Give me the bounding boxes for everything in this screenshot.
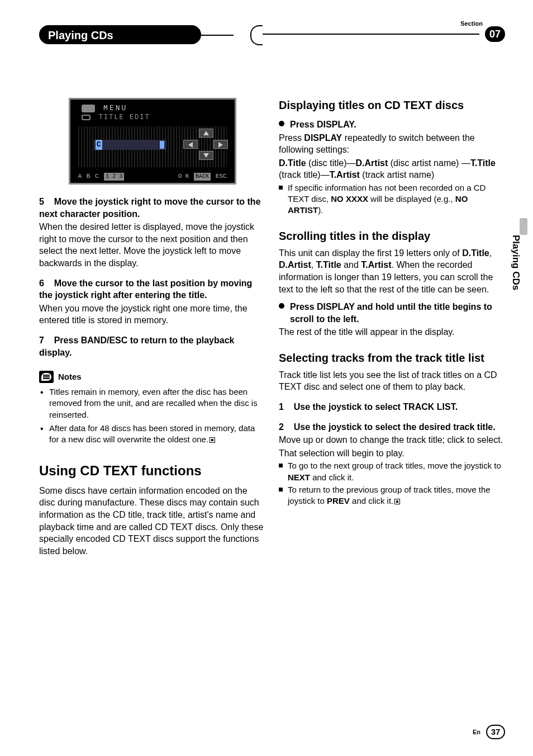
step-title: Move the cursor to the last position by … bbox=[39, 278, 252, 300]
lcd-left-icon bbox=[183, 140, 198, 149]
end-mark-icon bbox=[210, 437, 215, 443]
action-press-hold: Press DISPLAY and hold until the title b… bbox=[279, 301, 505, 325]
step-number: 1 bbox=[279, 402, 284, 412]
page-number: 37 bbox=[486, 725, 505, 739]
lcd-menu-label: MENU bbox=[103, 104, 127, 112]
lcd-subtitle: TITLE EDIT bbox=[99, 114, 150, 121]
list-item: After data for 48 discs has been stored … bbox=[39, 423, 265, 446]
lcd-down-icon bbox=[199, 151, 213, 160]
section-number: 07 bbox=[485, 26, 505, 42]
lcd-screenshot: MENU TITLE EDIT C A B C 1 2 3 O bbox=[69, 98, 236, 185]
step-number: 7 bbox=[39, 336, 44, 345]
step-title: Use the joystick to select the desired t… bbox=[294, 422, 496, 432]
step-title: Use the joystick to select TRACK LIST. bbox=[294, 402, 458, 412]
step-number: 2 bbox=[279, 422, 284, 432]
step-body: When the desired letter is displayed, mo… bbox=[39, 221, 265, 269]
step-1: 1 Use the joystick to select TRACK LIST. bbox=[279, 401, 505, 413]
action-text: Press DISPLAY. bbox=[290, 120, 356, 129]
body-text: Track title list lets you see the list o… bbox=[279, 369, 505, 393]
end-mark-icon bbox=[394, 499, 400, 504]
content-columns: MENU TITLE EDIT C A B C 1 2 3 O bbox=[39, 98, 505, 557]
notes-icon bbox=[39, 371, 54, 383]
step-7: 7 Press BAND/ESC to return to the playba… bbox=[39, 334, 265, 358]
notes-label: Notes bbox=[58, 371, 82, 382]
step-body: Move up or down to change the track titl… bbox=[279, 434, 505, 446]
right-column: Displaying titles on CD TEXT discs Press… bbox=[279, 98, 505, 557]
cd-text-body: Some discs have certain information enco… bbox=[39, 485, 265, 557]
step-number: 5 bbox=[39, 197, 44, 206]
notes-header: Notes bbox=[39, 371, 265, 383]
body-text: D.Title (disc title)—D.Artist (disc arti… bbox=[279, 157, 505, 181]
step-body: That selection will begin to play. bbox=[279, 447, 505, 460]
lcd-abc: A B C bbox=[78, 173, 99, 179]
lcd-char: C bbox=[96, 140, 102, 150]
step-title: Press BAND/ESC to return to the playback… bbox=[39, 336, 234, 357]
lcd-input-field: C bbox=[94, 140, 166, 150]
side-tab: Playing CDs bbox=[509, 235, 522, 290]
heading-displaying-titles: Displaying titles on CD TEXT discs bbox=[279, 98, 505, 113]
action-press-display: Press DISPLAY. bbox=[279, 119, 505, 131]
step-6: 6 Move the cursor to the last position b… bbox=[39, 277, 265, 327]
step-body: When you move the joystick right one mor… bbox=[39, 303, 265, 327]
notes-list: Titles remain in memory, even after the … bbox=[39, 386, 265, 445]
disc-icon bbox=[82, 115, 91, 120]
body-text: The rest of the title will appear in the… bbox=[279, 326, 505, 338]
sub-note: To go to the next group of track titles,… bbox=[279, 460, 505, 483]
action-text: Press DISPLAY and hold until the title b… bbox=[290, 302, 492, 324]
chapter-pill: Playing CDs bbox=[39, 25, 201, 44]
lcd-up-icon bbox=[199, 129, 213, 138]
body-text: This unit can display the first 19 lette… bbox=[279, 247, 505, 295]
lcd-body: C bbox=[78, 126, 227, 167]
body-text: Press DISPLAY repeatedly to switch betwe… bbox=[279, 132, 505, 156]
lcd-cursor bbox=[160, 141, 164, 149]
step-number: 6 bbox=[39, 278, 44, 288]
bullet-icon bbox=[279, 121, 284, 126]
section-label: Section bbox=[460, 20, 483, 28]
side-tab-marker bbox=[520, 218, 527, 235]
list-item: Titles remain in memory, even after the … bbox=[39, 386, 265, 420]
step-2: 2 Use the joystick to select the desired… bbox=[279, 421, 505, 460]
lcd-nums: 1 2 3 bbox=[104, 173, 124, 181]
heading-selecting-tracks: Selecting tracks from the track title li… bbox=[279, 351, 505, 366]
language-code: En bbox=[473, 728, 480, 736]
heading-scrolling: Scrolling titles in the display bbox=[279, 229, 505, 244]
sub-note: If specific information has not been rec… bbox=[279, 182, 505, 216]
note-text: After data for 48 discs has been stored … bbox=[49, 423, 255, 444]
left-column: MENU TITLE EDIT C A B C 1 2 3 O bbox=[39, 98, 265, 557]
sub-note: To return to the previous group of track… bbox=[279, 484, 505, 507]
return-icon bbox=[82, 105, 95, 112]
lcd-esc: ESC bbox=[216, 173, 227, 179]
lcd-back: BACK bbox=[194, 173, 211, 181]
bullet-icon bbox=[279, 303, 284, 309]
page-header: Playing CDs Section 07 bbox=[39, 20, 505, 50]
step-title: Move the joystick right to move the curs… bbox=[39, 197, 261, 219]
lcd-right-icon bbox=[213, 140, 228, 149]
page-footer: En 37 bbox=[473, 725, 505, 739]
lcd-ok: O K bbox=[178, 173, 189, 179]
step-5: 5 Move the joystick right to move the cu… bbox=[39, 196, 265, 270]
heading-cd-text: Using CD TEXT functions bbox=[39, 462, 265, 480]
